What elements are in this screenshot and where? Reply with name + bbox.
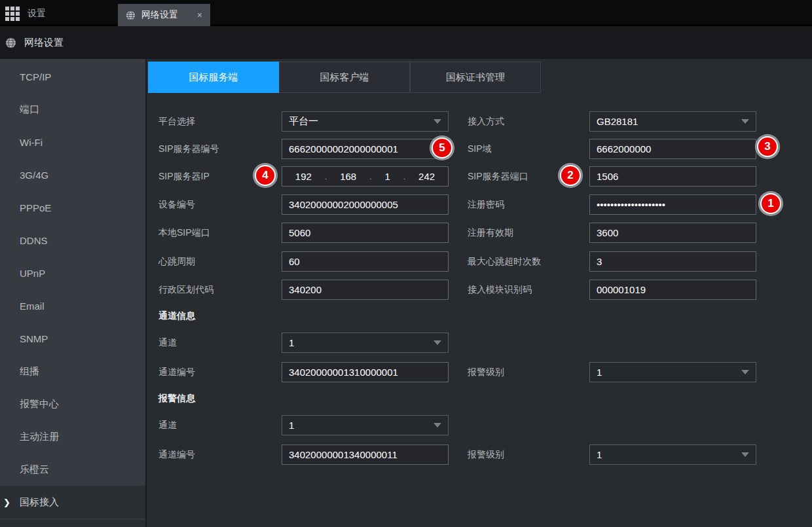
sip-server-ip-input[interactable]: 192 . 168 . 1 . 242	[282, 166, 449, 187]
alarm-level-select[interactable]: 1	[589, 362, 756, 382]
chevron-right-icon: ❯	[3, 498, 10, 507]
sidebar-item-ddns[interactable]: DDNS	[0, 224, 145, 257]
sidebar-item-email[interactable]: Email	[0, 289, 145, 322]
alarm-channel-label: 通道	[158, 415, 177, 435]
form-row: 平台选择 平台一 接入方式 GB28181	[147, 111, 812, 132]
annotation-badge-3: 3	[757, 136, 778, 157]
sidebar-bottom-strip	[0, 520, 145, 527]
tab-gb-client[interactable]: 国标客户端	[279, 62, 410, 93]
alarm-level-label: 报警级别	[468, 362, 504, 382]
sidebar-item-pppoe[interactable]: PPPoE	[0, 191, 145, 224]
annotation-badge-4: 4	[255, 165, 276, 186]
access-type-select[interactable]: GB28181	[589, 111, 756, 132]
sidebar-item-lechange-cloud[interactable]: 乐橙云	[0, 453, 145, 486]
heartbeat-period-input[interactable]	[282, 251, 449, 272]
page-title: 网络设置	[24, 37, 64, 49]
sidebar-item-alarm-center[interactable]: 报警中心	[0, 388, 145, 420]
alarm-channel-id-label: 通道编号	[158, 445, 195, 465]
sidebar-item-snmp[interactable]: SNMP	[0, 322, 145, 355]
form-row: 设备编号 注册密码	[147, 194, 812, 215]
tab-gb-certificate[interactable]: 国标证书管理	[410, 62, 541, 93]
alarm-channel-value: 1	[289, 420, 294, 431]
sip-server-id-label: SIP服务器编号	[158, 139, 219, 159]
sidebar-item-tcpip[interactable]: TCP/IP	[0, 60, 145, 93]
alarm-channel-id-field	[282, 445, 449, 465]
admin-area-code-input[interactable]	[282, 280, 449, 300]
sidebar-item-upnp[interactable]: UPnP	[0, 257, 145, 289]
gb28181-settings-panel: 国标服务端 国标客户端 国标证书管理 平台选择 平台一 接入方式 GB28181…	[145, 59, 812, 527]
channel-id-label: 通道编号	[158, 362, 195, 382]
sip-domain-field	[589, 139, 756, 159]
channel-id-input[interactable]	[282, 362, 449, 382]
chevron-down-icon	[434, 423, 441, 427]
platform-select[interactable]: 平台一	[282, 111, 449, 132]
register-valid-label: 注册有效期	[468, 223, 513, 243]
form-row: 心跳周期 最大心跳超时次数	[147, 251, 812, 272]
top-tab-bar: 设置 网络设置 ×	[0, 0, 812, 26]
annotation-badge-1: 1	[760, 193, 781, 214]
ip-octet-4[interactable]: 242	[418, 171, 435, 182]
sidebar-item-multicast[interactable]: 组播	[0, 355, 145, 388]
heartbeat-period-field	[282, 251, 449, 272]
ip-octet-2[interactable]: 168	[340, 171, 356, 182]
register-valid-field	[589, 223, 756, 243]
access-type-value: GB28181	[597, 116, 638, 127]
sidebar-item-port[interactable]: 端口	[0, 93, 145, 126]
tab-network-settings[interactable]: 网络设置 ×	[118, 4, 210, 26]
chevron-down-icon	[434, 340, 441, 345]
device-id-field	[282, 194, 449, 215]
channel-id-field	[282, 362, 449, 382]
ip-dot: .	[325, 172, 327, 181]
sip-server-id-input[interactable]	[282, 139, 449, 159]
local-sip-port-field	[282, 223, 449, 243]
annotation-badge-2: 2	[560, 165, 581, 186]
apps-grid-icon[interactable]	[5, 7, 20, 21]
channel-label: 通道	[158, 333, 177, 353]
sidebar-item-auto-register[interactable]: 主动注册	[0, 420, 145, 453]
sip-domain-input[interactable]	[589, 139, 756, 159]
alarm-channel-select[interactable]: 1	[282, 415, 449, 435]
sip-domain-label: SIP域	[468, 139, 492, 159]
max-heartbeat-miss-label: 最大心跳超时次数	[468, 251, 541, 272]
page-header: 网络设置	[0, 26, 812, 59]
close-tab-icon[interactable]: ×	[197, 10, 202, 20]
register-password-label: 注册密码	[468, 194, 504, 215]
access-module-id-input[interactable]	[589, 280, 756, 300]
form-row: 通道 1	[147, 415, 812, 435]
sip-server-port-field	[589, 166, 756, 187]
access-module-id-field	[589, 280, 756, 300]
gb28181-tabs: 国标服务端 国标客户端 国标证书管理	[148, 62, 541, 93]
sidebar-item-3g4g[interactable]: 3G/4G	[0, 158, 145, 191]
ip-dot: .	[403, 172, 406, 181]
tab-gb-server[interactable]: 国标服务端	[148, 62, 279, 93]
form-row: 通道编号 报警级别 1	[147, 362, 812, 382]
register-password-input[interactable]	[589, 194, 756, 215]
form-row: SIP服务器IP 192 . 168 . 1 . 242 SIP服务器端口	[147, 166, 812, 187]
alarm-level-select[interactable]: 1	[589, 445, 756, 465]
channel-info-section-title: 通道信息	[158, 310, 195, 323]
sidebar-item-gb28181-access[interactable]: ❯ 国标接入	[0, 486, 145, 518]
alarm-channel-id-input[interactable]	[282, 445, 449, 465]
device-id-input[interactable]	[282, 194, 449, 215]
form-row: 行政区划代码 接入模块识别码	[147, 280, 812, 300]
alarm-level-value: 1	[597, 367, 602, 378]
globe-icon	[5, 37, 16, 48]
annotation-badge-5: 5	[432, 137, 452, 158]
alarm-info-section-title: 报警信息	[158, 392, 195, 405]
tab-settings[interactable]: 设置	[28, 8, 46, 20]
ip-octet-3[interactable]: 1	[384, 171, 390, 182]
sip-server-port-input[interactable]	[589, 166, 756, 187]
sidebar-item-wifi[interactable]: Wi-Fi	[0, 126, 145, 158]
access-type-label: 接入方式	[468, 111, 504, 132]
form-row: 本地SIP端口 注册有效期	[147, 223, 812, 243]
ip-octet-1[interactable]: 192	[295, 171, 312, 182]
max-heartbeat-miss-input[interactable]	[589, 251, 756, 272]
channel-select[interactable]: 1	[282, 333, 449, 353]
sip-server-ip-label: SIP服务器IP	[158, 166, 210, 187]
form-row: 通道 1	[147, 333, 812, 353]
sidebar-item-label: 国标接入	[20, 496, 59, 509]
admin-area-code-field	[282, 280, 449, 300]
local-sip-port-input[interactable]	[282, 223, 449, 243]
register-valid-input[interactable]	[589, 223, 756, 243]
platform-value: 平台一	[289, 115, 318, 128]
